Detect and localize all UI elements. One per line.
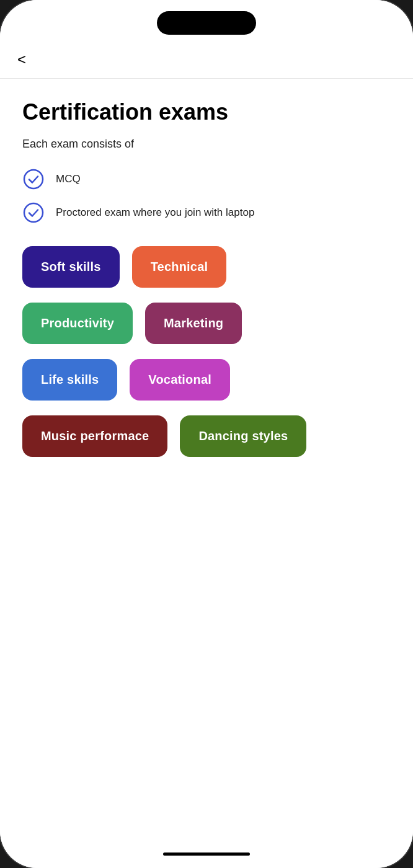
notch — [157, 11, 256, 35]
checklist-text-proctored: Proctored exam where you join with lapto… — [56, 206, 254, 219]
category-row-2: Productivity Marketing — [22, 303, 391, 344]
category-btn-dancing-styles[interactable]: Dancing styles — [180, 415, 306, 457]
category-grid: Soft skills Technical Productivity Marke… — [22, 246, 391, 457]
checklist-item-proctored: Proctored exam where you join with lapto… — [22, 202, 391, 224]
category-row-1: Soft skills Technical — [22, 246, 391, 288]
notch-area — [0, 0, 413, 35]
category-btn-life-skills[interactable]: Life skills — [22, 359, 117, 401]
checklist-item-mcq: MCQ — [22, 168, 391, 190]
subtitle: Each exam consists of — [22, 138, 391, 151]
main-content: Certification exams Each exam consists o… — [0, 79, 413, 845]
category-btn-music-performance[interactable]: Music performace — [22, 415, 167, 457]
category-btn-marketing[interactable]: Marketing — [145, 303, 242, 344]
status-bar — [0, 35, 413, 41]
category-btn-technical[interactable]: Technical — [132, 246, 227, 288]
svg-point-1 — [24, 203, 43, 222]
category-row-4: Music performace Dancing styles — [22, 415, 391, 457]
home-bar — [163, 852, 250, 856]
back-button[interactable]: < — [15, 48, 29, 71]
home-indicator — [0, 845, 413, 868]
nav-bar: < — [0, 41, 413, 79]
phone-frame: < Certification exams Each exam consists… — [0, 0, 413, 868]
category-btn-soft-skills[interactable]: Soft skills — [22, 246, 120, 288]
category-btn-vocational[interactable]: Vocational — [130, 359, 230, 401]
check-icon-proctored — [22, 202, 45, 224]
category-row-3: Life skills Vocational — [22, 359, 391, 401]
check-icon-mcq — [22, 168, 45, 190]
phone-screen: < Certification exams Each exam consists… — [0, 0, 413, 868]
page-title: Certification exams — [22, 99, 391, 125]
checklist: MCQ Proctored exam where you join with l… — [22, 168, 391, 224]
checklist-text-mcq: MCQ — [56, 173, 81, 185]
svg-point-0 — [24, 170, 43, 188]
category-btn-productivity[interactable]: Productivity — [22, 303, 133, 344]
